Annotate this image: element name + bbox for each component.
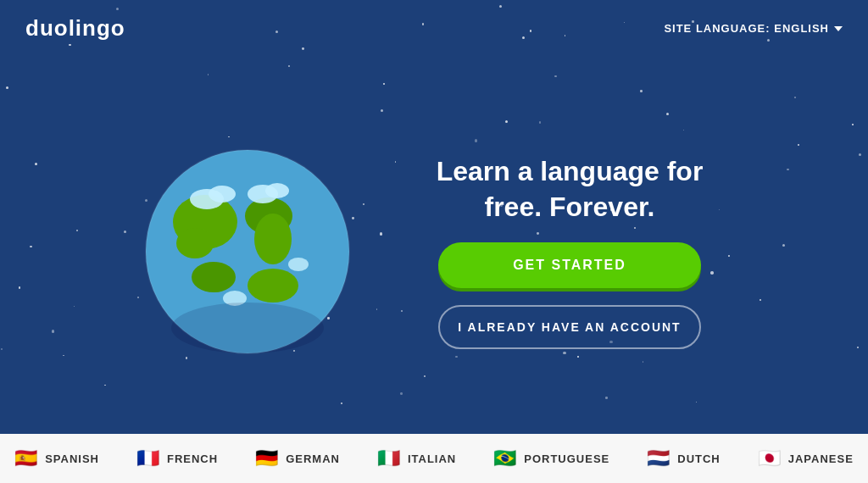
globe-illustration: [137, 142, 358, 362]
flag-icon: 🇫🇷: [136, 447, 160, 469]
have-account-button[interactable]: I ALREADY HAVE AN ACCOUNT: [438, 305, 701, 349]
tagline: Learn a language for free. Forever.: [409, 154, 731, 225]
get-started-button[interactable]: GET STARTED: [438, 242, 701, 288]
language-bar: ❮ 🇪🇸SPANISH🇫🇷FRENCH🇩🇪GERMAN🇮🇹ITALIAN🇧🇷PO…: [0, 434, 868, 483]
language-item-italian[interactable]: 🇮🇹ITALIAN: [359, 447, 475, 469]
right-content: Learn a language for free. Forever. GET …: [409, 154, 731, 348]
flag-icon: 🇯🇵: [758, 447, 782, 469]
svg-point-2: [176, 228, 214, 258]
flag-icon: 🇪🇸: [14, 447, 38, 469]
language-list: 🇪🇸SPANISH🇫🇷FRENCH🇩🇪GERMAN🇮🇹ITALIAN🇧🇷PORT…: [0, 447, 868, 469]
svg-point-14: [171, 303, 324, 353]
main-content: Learn a language for free. Forever. GET …: [0, 57, 868, 447]
header: duolingo SITE LANGUAGE: ENGLISH: [0, 0, 868, 57]
language-item-french[interactable]: 🇫🇷FRENCH: [118, 447, 236, 469]
language-name: JAPANESE: [788, 452, 854, 465]
language-name: PORTUGUESE: [524, 452, 609, 465]
language-name: ITALIAN: [408, 452, 456, 465]
language-name: SPANISH: [45, 452, 99, 465]
svg-point-6: [209, 186, 236, 203]
language-item-german[interactable]: 🇩🇪GERMAN: [236, 447, 359, 469]
language-item-dutch[interactable]: 🇳🇱DUTCH: [628, 447, 739, 469]
language-item-japanese[interactable]: 🇯🇵JAPANESE: [739, 447, 868, 469]
svg-point-10: [248, 269, 298, 303]
language-item-spanish[interactable]: 🇪🇸SPANISH: [0, 447, 118, 469]
language-name: DUTCH: [677, 452, 721, 465]
site-language-label: SITE LANGUAGE: ENGLISH: [664, 22, 829, 35]
svg-point-9: [192, 262, 236, 292]
language-name: FRENCH: [167, 452, 218, 465]
flag-icon: 🇳🇱: [647, 447, 670, 469]
logo: duolingo: [25, 15, 125, 42]
flag-icon: 🇧🇷: [493, 447, 517, 469]
language-item-portuguese[interactable]: 🇧🇷PORTUGUESE: [475, 447, 628, 469]
language-name: GERMAN: [286, 452, 340, 465]
svg-point-4: [254, 214, 292, 264]
svg-point-8: [265, 183, 289, 198]
site-language-selector[interactable]: SITE LANGUAGE: ENGLISH: [664, 22, 843, 35]
svg-point-12: [288, 258, 309, 271]
chevron-down-icon: [834, 26, 843, 31]
flag-icon: 🇩🇪: [255, 447, 279, 469]
flag-icon: 🇮🇹: [377, 447, 401, 469]
